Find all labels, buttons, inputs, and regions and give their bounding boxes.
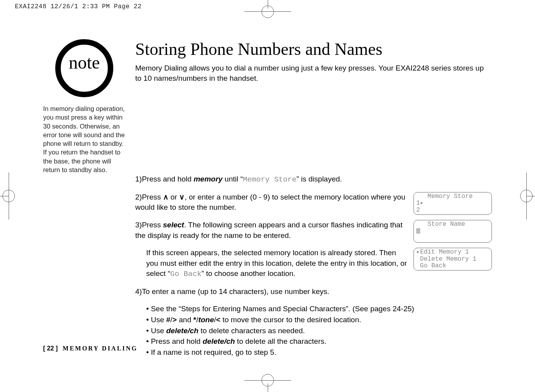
cursor-icon (416, 228, 420, 234)
b3-pre: Use (151, 327, 166, 335)
step-4-bullets: See the “Steps for Entering Names and Sp… (146, 304, 492, 357)
bullet-4: Press and hold delete/ch to delete all t… (146, 336, 492, 347)
intro-paragraph: Memory Dialing allows you to dial a numb… (135, 63, 492, 83)
key-select: select (163, 221, 184, 229)
key-delete-ch-2: delete/ch (203, 337, 235, 345)
crop-mark-right (518, 172, 535, 220)
lcd-display-1: Memory Store 1▸ 2 (413, 192, 492, 215)
b4-post: to delete all the characters. (235, 337, 326, 345)
step3-text-pre: 3)Press (135, 221, 163, 229)
step2-text-mid: or (169, 193, 179, 201)
left-chevron-icon: < (216, 315, 220, 325)
note-icon: note (43, 39, 125, 97)
step-3b: ▸Edit Memory 1 Delete Memory 1 Go Back I… (135, 248, 492, 279)
b4-pre: Press and hold (151, 337, 203, 345)
step2-text-pre: 2)Press (135, 193, 163, 201)
key-tone: tone (198, 316, 214, 324)
up-arrow-icon: ∧ (163, 192, 169, 203)
lcd2-title: Store Name (416, 221, 465, 228)
b2-pre: Use (151, 316, 166, 324)
key-delete-ch-1: delete/ch (166, 327, 198, 335)
lcd-display-3: ▸Edit Memory 1 Delete Memory 1 Go Back (413, 248, 492, 270)
crop-mark-top (244, 0, 291, 17)
bullet-2: Use #/> and */tone/< to move the cursor … (146, 315, 492, 325)
page-number: [ 22 ] (43, 345, 58, 352)
key-memory: memory (194, 175, 223, 183)
lcd-text-go-back: Go Back (170, 270, 201, 278)
b2-post: to move the cursor to the desired locati… (220, 316, 361, 324)
bullet-1: See the “Steps for Entering Names and Sp… (146, 304, 492, 314)
page-title: Storing Phone Numbers and Names (135, 39, 492, 59)
right-chevron-icon: > (172, 315, 177, 325)
key-star: * (193, 316, 196, 324)
crop-mark-left (0, 172, 17, 220)
lcd-text-memory-store: Memory Store (243, 175, 297, 184)
b3-post: to delete characters as needed. (198, 327, 305, 335)
print-slug: EXAI2248 12/26/1 2:33 PM Page 22 (15, 3, 141, 10)
step3b-text-post: ” to choose another location. (201, 269, 296, 278)
crop-mark-bottom (244, 375, 291, 392)
note-text: In memory dialing operation, you must pr… (43, 104, 125, 174)
step1-text-post: ” is displayed. (296, 175, 342, 183)
note-circle-icon: note (55, 39, 113, 97)
b2-and: and (177, 316, 193, 324)
step1-text-pre: 1)Press and hold (135, 175, 194, 183)
down-arrow-icon: ∨ (179, 192, 185, 203)
sidebar-note: note In memory dialing operation, you mu… (43, 39, 125, 174)
section-name: MEMORY DIALING (63, 345, 138, 352)
page-footer: [ 22 ] MEMORY DIALING (43, 345, 138, 352)
bullet-3: Use delete/ch to delete characters as ne… (146, 326, 492, 336)
step-2: Memory Store 1▸ 2 2)Press ∧ or ∨, or ent… (135, 192, 492, 213)
step-1: 1)Press and hold memory until “Memory St… (135, 174, 492, 185)
step-3: Store Name 3)Press select. The following… (135, 220, 492, 241)
bullet-5: If a name is not required, go to step 5. (146, 347, 492, 358)
key-hash: # (166, 316, 170, 324)
step-4: 4)To enter a name (up to 14 characters),… (135, 287, 492, 297)
step1-text-mid: until “ (223, 175, 243, 183)
lcd-display-2: Store Name (413, 220, 492, 243)
